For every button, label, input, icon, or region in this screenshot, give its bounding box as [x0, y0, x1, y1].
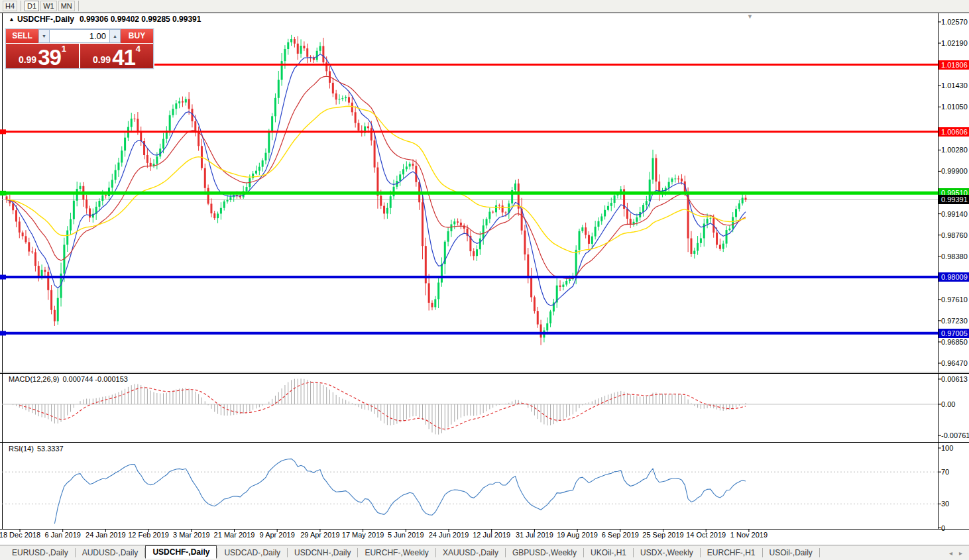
tab-usdcnh-daily[interactable]: USDCNH-,Daily	[288, 546, 357, 559]
sell-price-small: 0.99	[19, 52, 36, 67]
sr-line-handle	[0, 191, 6, 196]
timeframe-button-mn[interactable]: MN	[58, 1, 75, 11]
ma-slow	[7, 106, 746, 252]
tab-usdx-weekly[interactable]: USDX-,Weekly	[634, 546, 700, 559]
volume-decrease-button[interactable]: ▼	[38, 29, 50, 43]
buy-price-small: 0.99	[93, 52, 111, 67]
candles	[6, 35, 747, 345]
sell-price-big: 39	[38, 48, 61, 67]
timeframe-button-h4[interactable]: H4	[3, 1, 17, 11]
buy-price-sup: 4	[136, 44, 141, 53]
sr-line-handle	[0, 129, 6, 134]
tab-ukoil-h1[interactable]: UKOil-,H1	[584, 546, 633, 559]
tab-eurchf-h1[interactable]: EURCHF-,H1	[701, 546, 762, 559]
ma-fast	[7, 54, 746, 306]
volume-input[interactable]: 1.00	[50, 29, 109, 43]
sell-price-sup: 1	[62, 44, 66, 53]
tab-usdcad-daily[interactable]: USDCAD-,Daily	[217, 546, 287, 559]
sr-line-handle	[0, 275, 6, 280]
sell-price-button[interactable]: 0.99391	[6, 44, 79, 68]
sr-line-handle	[0, 331, 6, 335]
one-click-trade-panel: SELL ▼ 1.00 ▲ BUY 0.99391 0.99414	[5, 28, 154, 69]
tab-separator	[819, 548, 820, 557]
tab-usoil-daily[interactable]: USOil-,Daily	[763, 546, 819, 559]
tab-gbpusd-weekly[interactable]: GBPUSD-,Weekly	[506, 546, 583, 559]
ma-mid	[7, 76, 746, 278]
toolbar-separator	[78, 1, 79, 11]
price-chart[interactable]	[0, 0, 969, 560]
timeframe-toolbar: H4D1W1MN	[0, 0, 969, 13]
tab-usdchf-daily[interactable]: USDCHF-,Daily	[145, 545, 217, 559]
buy-button[interactable]: BUY	[121, 29, 153, 43]
sell-button[interactable]: SELL	[6, 29, 38, 43]
tab-scroll-nav: ◂▸	[949, 549, 969, 557]
rsi-line	[54, 459, 746, 524]
buy-price-button[interactable]: 0.99414	[80, 44, 153, 68]
tab-xauusd-daily[interactable]: XAUUSD-,Daily	[436, 546, 505, 559]
toolbar-separator	[21, 1, 21, 11]
timeframe-button-w1[interactable]: W1	[40, 1, 57, 11]
chart-tab-bar: EURUSD-,DailyAUDUSD-,DailyUSDCHF-,DailyU…	[0, 545, 969, 560]
tab-eurusd-daily[interactable]: EURUSD-,Daily	[5, 546, 75, 559]
tab-scroll-left-icon[interactable]: ◂	[949, 549, 952, 557]
tab-eurchf-weekly[interactable]: EURCHF-,Weekly	[358, 546, 435, 559]
tab-scroll-right-icon[interactable]: ▸	[959, 549, 962, 557]
tab-audusd-daily[interactable]: AUDUSD-,Daily	[76, 546, 145, 559]
volume-increase-button[interactable]: ▲	[109, 29, 121, 43]
timeframe-button-d1[interactable]: D1	[25, 1, 39, 11]
buy-price-big: 41	[112, 48, 135, 67]
